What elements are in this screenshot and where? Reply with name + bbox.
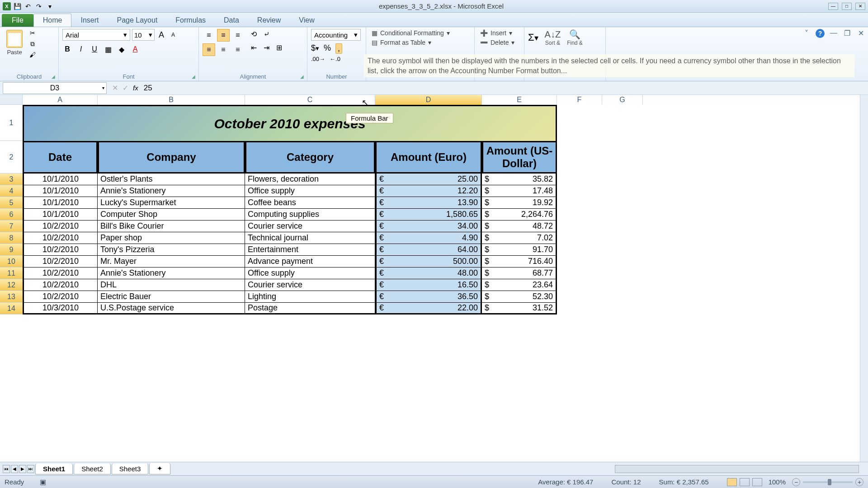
cell-usd[interactable]: $23.64: [482, 279, 557, 291]
row-header-13[interactable]: 13: [0, 291, 23, 303]
font-name-select[interactable]: Arial▾: [62, 29, 130, 41]
row-header-4[interactable]: 4: [0, 185, 23, 197]
col-header-C[interactable]: C: [245, 95, 375, 105]
formula-bar-input[interactable]: 25: [144, 84, 152, 93]
border-button[interactable]: ▦: [103, 44, 113, 54]
sheet-tab-3[interactable]: Sheet3: [112, 464, 149, 474]
tab-nav-next[interactable]: ▶: [19, 465, 26, 473]
close-button[interactable]: ✕: [855, 3, 865, 10]
cell-usd[interactable]: $68.77: [482, 267, 557, 279]
cut-icon[interactable]: ✂: [28, 29, 37, 37]
cell-usd[interactable]: $2,264.76: [482, 209, 557, 221]
cell-category[interactable]: Postage: [245, 303, 375, 314]
col-header-B[interactable]: B: [98, 95, 245, 105]
tab-page-layout[interactable]: Page Layout: [108, 14, 166, 27]
grid[interactable]: October 2010 expenses Date Company Categ…: [23, 105, 557, 314]
select-all-cell[interactable]: [0, 95, 23, 105]
cell-euro[interactable]: €12.20: [375, 185, 482, 197]
col-header-F[interactable]: F: [557, 95, 602, 105]
cancel-formula-icon[interactable]: ✕: [112, 84, 118, 92]
cell-euro[interactable]: €36.50: [375, 291, 482, 303]
row-header-3[interactable]: 3: [0, 174, 23, 185]
save-icon[interactable]: 💾: [13, 2, 22, 10]
cell-date[interactable]: 10/2/2010: [23, 221, 98, 232]
cell-usd[interactable]: $48.72: [482, 221, 557, 232]
align-middle-button[interactable]: ≡: [217, 29, 230, 42]
tab-nav-prev[interactable]: ◀: [11, 465, 18, 473]
cell-category[interactable]: Courier service: [245, 221, 375, 232]
align-center-button[interactable]: ≡: [217, 43, 230, 56]
row-header-8[interactable]: 8: [0, 232, 23, 244]
merge-button[interactable]: ⊞: [274, 42, 284, 52]
macro-record-icon[interactable]: ▣: [40, 478, 46, 486]
row-header-2[interactable]: 2: [0, 141, 23, 174]
cell-date[interactable]: 10/2/2010: [23, 232, 98, 244]
cell-company[interactable]: Mr. Mayer: [98, 256, 245, 267]
tab-data[interactable]: Data: [215, 14, 248, 27]
table-row[interactable]: 10/1/2010Ostler's PlantsFlowers, decorat…: [23, 174, 557, 185]
sheet-tab-1[interactable]: Sheet1: [35, 464, 73, 474]
cell-date[interactable]: 10/2/2010: [23, 256, 98, 267]
cell-category[interactable]: Technical journal: [245, 232, 375, 244]
row-header-10[interactable]: 10: [0, 256, 23, 267]
cell-category[interactable]: Coffee beans: [245, 197, 375, 209]
tab-view[interactable]: View: [290, 14, 323, 27]
zoom-out-button[interactable]: −: [792, 478, 800, 486]
currency-button[interactable]: $▾: [311, 43, 319, 54]
horizontal-scrollbar[interactable]: [615, 465, 859, 473]
autosum-button[interactable]: Σ▾: [528, 32, 538, 43]
cell-usd[interactable]: $7.02: [482, 232, 557, 244]
qat-dropdown-icon[interactable]: ▾: [45, 2, 54, 10]
cell-date[interactable]: 10/2/2010: [23, 279, 98, 291]
cell-date[interactable]: 10/3/2010: [23, 303, 98, 314]
cell-date[interactable]: 10/2/2010: [23, 291, 98, 303]
undo-icon[interactable]: ↶: [24, 2, 33, 10]
sort-filter-button[interactable]: A↓ZSort &: [545, 29, 561, 46]
tab-home[interactable]: Home: [33, 14, 72, 27]
table-row[interactable]: 10/2/2010DHLCourier service€16.50$23.64: [23, 279, 557, 291]
col-header-E[interactable]: E: [482, 95, 557, 105]
cell-date[interactable]: 10/1/2010: [23, 174, 98, 185]
cell-category[interactable]: Office supply: [245, 185, 375, 197]
cell-company[interactable]: Paper shop: [98, 232, 245, 244]
sheet-tab-2[interactable]: Sheet2: [74, 464, 111, 474]
header-company[interactable]: Company: [98, 141, 245, 174]
align-right-button[interactable]: ≡: [231, 43, 244, 56]
cell-category[interactable]: Office supply: [245, 267, 375, 279]
cell-euro[interactable]: €34.00: [375, 221, 482, 232]
cell-euro[interactable]: €500.00: [375, 256, 482, 267]
cell-date[interactable]: 10/2/2010: [23, 267, 98, 279]
cell-usd[interactable]: $31.52: [482, 303, 557, 314]
fill-color-button[interactable]: ◆: [117, 44, 127, 54]
format-painter-icon[interactable]: 🖌: [28, 51, 37, 59]
font-size-select[interactable]: 10▾: [132, 29, 155, 41]
view-normal-button[interactable]: [727, 478, 737, 486]
insert-cells-button[interactable]: ➕Insert▾: [478, 29, 520, 37]
format-as-table-button[interactable]: ▤Format as Table▾: [370, 38, 471, 47]
view-page-layout-button[interactable]: [740, 478, 750, 486]
help-icon[interactable]: ?: [816, 29, 825, 38]
cell-category[interactable]: Advance payment: [245, 256, 375, 267]
cell-euro[interactable]: €4.90: [375, 232, 482, 244]
align-top-button[interactable]: ≡: [203, 29, 215, 42]
cell-date[interactable]: 10/1/2010: [23, 185, 98, 197]
table-row[interactable]: 10/2/2010Tony's PizzeriaEntertainment€64…: [23, 244, 557, 256]
cell-company[interactable]: Lucky's Supermarket: [98, 197, 245, 209]
copy-icon[interactable]: ⧉: [28, 40, 37, 48]
table-row[interactable]: 10/2/2010Annie's StationeryOffice supply…: [23, 267, 557, 279]
cell-company[interactable]: Annie's Stationery: [98, 185, 245, 197]
cell-company[interactable]: Electric Bauer: [98, 291, 245, 303]
spreadsheet[interactable]: A B C D E F G 1 2 34567891011121314 Octo…: [0, 95, 868, 462]
table-row[interactable]: 10/3/2010U.S.Postage servicePostage€22.0…: [23, 303, 557, 314]
cell-company[interactable]: Bill's Bike Courier: [98, 221, 245, 232]
tab-nav-first[interactable]: ⏮: [3, 465, 10, 473]
cell-date[interactable]: 10/2/2010: [23, 244, 98, 256]
dialog-launcher-icon[interactable]: ◢: [192, 74, 197, 80]
new-sheet-button[interactable]: ✦: [149, 463, 170, 474]
bold-button[interactable]: B: [62, 44, 72, 54]
view-page-break-button[interactable]: [752, 478, 762, 486]
cell-date[interactable]: 10/1/2010: [23, 209, 98, 221]
row-header-5[interactable]: 5: [0, 197, 23, 209]
paste-button[interactable]: Paste: [4, 29, 25, 56]
win-close-icon[interactable]: ✕: [856, 29, 865, 37]
